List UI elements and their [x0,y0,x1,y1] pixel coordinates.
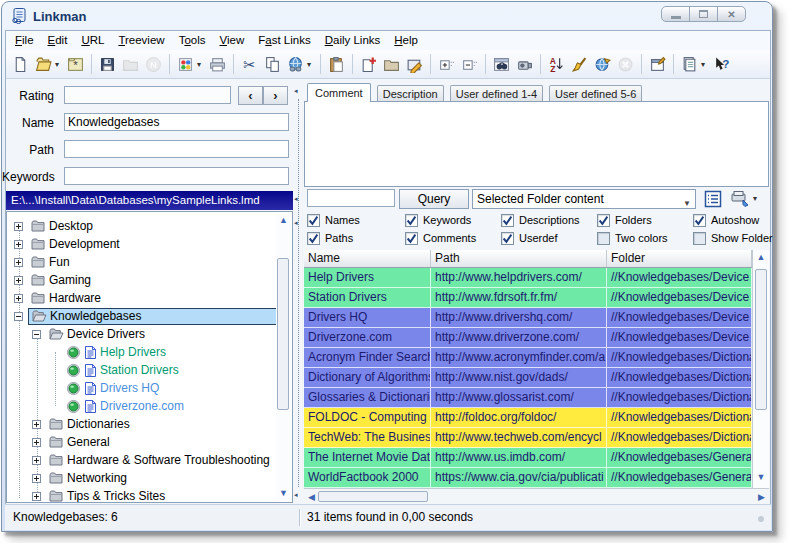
properties-button[interactable] [646,53,668,75]
path-input[interactable] [64,140,289,158]
expand-icon[interactable] [14,240,23,249]
comment-textarea[interactable] [304,101,769,187]
tree-item-gaming[interactable]: Gaming [7,271,292,289]
scroll-up-icon[interactable]: ▲ [276,216,291,225]
copy-button[interactable] [261,53,283,75]
checkbox-checked[interactable] [307,232,320,245]
minimize-button[interactable] [661,6,690,22]
table-row[interactable]: Station Drivershttp://www.fdrsoft.fr.fm/… [304,288,752,308]
sync-n-button[interactable]: N [142,53,164,75]
print-button[interactable] [206,53,228,75]
expand-icon[interactable] [14,294,23,303]
filter-folders[interactable]: Folders [597,213,652,227]
column-header-path[interactable]: Path [431,250,607,267]
table-row[interactable]: Glossaries & Dictionarieshttp://www.glos… [304,388,752,408]
rating-decrease-button[interactable]: ‹ [238,86,263,105]
paste-button[interactable] [325,53,347,75]
tree-item-networking[interactable]: Networking [7,469,292,487]
collapse-all-button[interactable] [458,53,480,75]
add-link-button[interactable] [357,53,379,75]
scroll-right-icon[interactable]: ▶ [758,493,765,502]
tree-item-dictionaries[interactable]: Dictionaries [7,415,292,433]
scrollbar-thumb[interactable] [277,258,289,410]
filter-userdef[interactable]: Userdef [501,231,558,245]
browse-links-button[interactable] [591,53,613,75]
table-row[interactable]: WorldFactbook 2000https://www.cia.gov/ci… [304,468,752,488]
tree-vertical-scrollbar[interactable]: ▲▼ [276,214,291,500]
new-database-button[interactable] [9,53,31,75]
tree-item-development[interactable]: Development [7,235,292,253]
checkbox-checked[interactable] [501,214,514,227]
add-folder-button[interactable] [380,53,402,75]
expand-icon[interactable] [32,474,41,483]
menu-item-fast-links[interactable]: Fast Links [251,31,317,50]
tree-item-desktop[interactable]: Desktop [7,217,292,235]
table-row[interactable]: Dictionary of Algorithms ahttp://www.nis… [304,368,752,388]
column-header-name[interactable]: Name [304,250,431,267]
checkbox-checked[interactable] [693,214,706,227]
tree-item-fun[interactable]: Fun [7,253,292,271]
scroll-down-icon[interactable]: ▼ [753,473,769,482]
tree-item-help-drivers[interactable]: Help Drivers [7,343,292,361]
dropdown-caret[interactable]: ▾ [701,60,709,69]
menu-item-edit[interactable]: Edit [41,31,75,50]
table-row[interactable]: Acronym Finder Search Fhttp://www.acrony… [304,348,752,368]
checkbox-checked[interactable] [307,214,320,227]
edit-item-button[interactable] [403,53,425,75]
scroll-up-icon[interactable]: ▲ [753,253,769,262]
filter-paths[interactable]: Paths [307,231,353,245]
checkbox-checked[interactable] [501,232,514,245]
tree-item-drivers-hq[interactable]: Drivers HQ [7,379,292,397]
splitter[interactable]: ◂ ◂ ◂ ◂ [293,83,304,503]
table-row[interactable]: Help Drivershttp://www.helpdrivers.com//… [304,268,752,288]
find-button[interactable] [490,53,512,75]
checkbox-unchecked[interactable] [597,232,610,245]
menu-item-file[interactable]: File [8,31,41,50]
skins-button[interactable] [174,53,196,75]
menu-item-url[interactable]: URL [74,31,111,50]
menu-item-daily-links[interactable]: Daily Links [318,31,388,50]
scrollbar-thumb[interactable] [318,491,428,502]
folder-content-select[interactable]: Selected Folder content▼ [472,189,696,209]
scroll-down-icon[interactable]: ▼ [276,489,291,498]
checkbox-checked[interactable] [597,214,610,227]
column-header-folder[interactable]: Folder [607,250,752,267]
reports-button[interactable] [678,53,700,75]
checkbox-checked[interactable] [405,232,418,245]
tree-item-driverzone-com[interactable]: Driverzone.com [7,397,292,415]
browser-view-button[interactable] [730,190,750,212]
rating-increase-button[interactable]: › [263,86,288,105]
expand-icon[interactable] [14,258,23,267]
resize-grip[interactable] [758,516,764,522]
maximize-button[interactable] [689,6,718,22]
stop-button[interactable] [614,53,636,75]
collapse-icon[interactable] [14,312,23,321]
table-row[interactable]: Driverzone.comhttp://www.driverzone.com/… [304,328,752,348]
expand-icon[interactable] [32,492,41,501]
grab-links-button[interactable] [513,53,535,75]
table-row[interactable]: TechWeb: The Business Thttp://www.techwe… [304,428,752,448]
dropdown-caret[interactable]: ▾ [307,60,315,69]
tree-item-knowledgebases[interactable]: Knowledgebases [7,307,292,325]
filter-two-colors[interactable]: Two colors [597,231,668,245]
expand-icon[interactable] [14,222,23,231]
scrollbar-thumb[interactable] [755,269,767,410]
dropdown-caret[interactable]: ▾ [753,194,757,203]
menu-item-treeview[interactable]: Treeview [111,31,171,50]
tab-comment[interactable]: Comment [307,83,371,102]
name-input[interactable] [64,113,289,131]
expand-icon[interactable] [32,456,41,465]
table-horizontal-scrollbar[interactable]: ◀ ▶ [304,488,769,504]
checkbox-unchecked[interactable] [693,232,706,245]
expand-icon[interactable] [32,438,41,447]
globe-link-button[interactable] [284,53,306,75]
checkbox-checked[interactable] [405,214,418,227]
sort-az-button[interactable]: AZ [545,53,567,75]
collapse-icon[interactable] [32,330,41,339]
tab-user-defined-5-6[interactable]: User defined 5-6 [549,85,642,102]
expand-all-button[interactable] [435,53,457,75]
query-button[interactable]: Query [399,189,469,209]
tree-item-general[interactable]: General [7,433,292,451]
tree-item-station-drivers[interactable]: Station Drivers [7,361,292,379]
filter-descriptions[interactable]: Descriptions [501,213,580,227]
